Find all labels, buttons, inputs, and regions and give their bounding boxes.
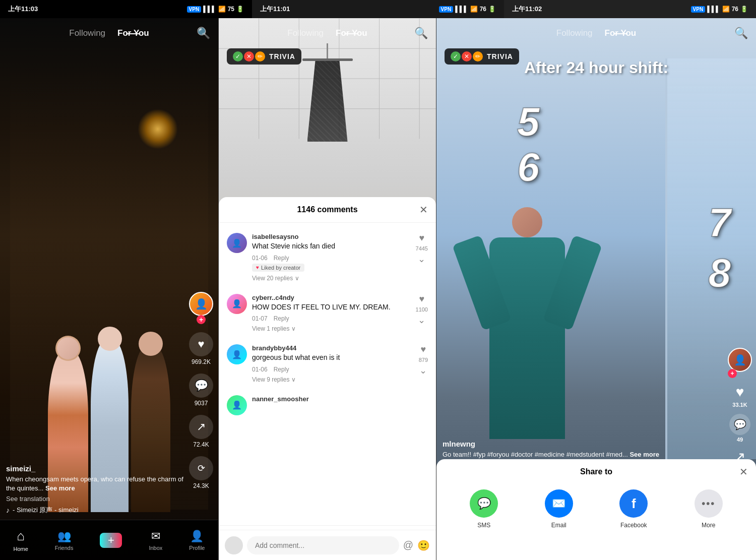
like-count-2: 1100 [416,306,428,313]
share-section[interactable]: ↗ 72.4K [189,415,213,448]
email-icon: ✉️ [545,489,573,518]
p3-active-indicator [613,33,627,34]
p3-pencil-icon: ✏ [473,51,483,61]
at-icon[interactable]: @ [403,539,413,551]
video-description: When cheongsam meets opera, who can refu… [6,475,185,493]
see-more-btn[interactable]: See more [45,484,75,492]
p3-avatar-section[interactable]: 👤 + [728,348,752,378]
comment-content-4: nanner_smoosher [252,395,428,415]
nav-inbox[interactable]: ✉ Inbox [149,530,162,551]
emoji-input-icon[interactable]: 🙂 [417,539,430,551]
sms-icon: 💬 [470,489,498,518]
p3-foryou-nav[interactable]: For You [605,28,637,38]
main-content: Following For You 🔍 👤 + ♥ 969.2K 💬 [0,18,756,560]
comment-username-2: cyberr..c4ndy [252,294,407,301]
reply-btn-2[interactable]: Reply [274,315,289,322]
avatar-section[interactable]: 👤 + [189,292,213,324]
time-panel2: 上午11:01 [260,5,290,14]
comments-count: 1146 comments [297,205,357,214]
comment-meta-2: 01-07 Reply [252,315,407,322]
trivia-label-p3: TRIVIA [487,52,513,60]
comment-section[interactable]: 💬 9037 [189,374,213,407]
avatar-3-img: 👤 [232,350,242,359]
like-button[interactable]: ♥ [189,332,213,356]
trivia-badge-p2[interactable]: ✓ ✕ ✏ TRIVIA [227,48,301,65]
liked-by-creator-badge-1: ♥ Liked by creator [252,264,304,272]
see-translation-btn[interactable]: See translation [6,495,185,503]
p3-comment-section[interactable]: 💬 49 [729,414,750,443]
p3-search-button[interactable]: 🔍 [734,27,748,40]
panel1-header: Following For You 🔍 [0,18,218,48]
inbox-icon: ✉ [151,530,160,543]
number-8: 8 [709,250,731,296]
share-facebook[interactable]: f Facebook [619,489,648,529]
comment-username-1: isabellesaysno [252,233,407,240]
following-nav[interactable]: Following [69,28,105,38]
battery-text-3: 76 [732,6,738,13]
creator-avatar[interactable]: 👤 [189,292,213,316]
comment-item-3: 👤 brandybby444 gorgeous but what even is… [219,338,436,389]
comment-date-1: 01-06 [252,255,268,262]
p2-search-button[interactable]: 🔍 [414,27,428,40]
like-btn-2[interactable]: ♥ [419,294,424,304]
nurse-figure [487,207,568,459]
dress-body [307,61,348,142]
share-more[interactable]: ••• More [695,489,723,529]
forward-section[interactable]: ⟳ 24.3K [189,456,213,489]
dislike-btn-2[interactable]: ⌄ [418,315,425,326]
search-button[interactable]: 🔍 [197,27,210,40]
like-btn-3[interactable]: ♥ [420,344,426,355]
music-icon: ♪ [6,506,10,514]
comment-likes-2: ♥ 1100 ⌄ [416,294,428,333]
share-button[interactable]: ↗ [189,415,213,439]
like-btn-1[interactable]: ♥ [419,233,424,243]
wifi-icon-3: 📶 [722,6,730,13]
view-replies-2[interactable]: View 1 replies ∨ [252,325,407,332]
comment-button[interactable]: 💬 [189,374,213,398]
liked-by-creator-label: Liked by creator [261,265,300,271]
share-email[interactable]: ✉️ Email [545,489,573,529]
view-replies-3[interactable]: View 9 replies ∨ [252,376,410,383]
nav-friends[interactable]: 👥 Friends [55,530,74,551]
p3-see-more-btn[interactable]: See more [629,451,659,458]
foryou-nav[interactable]: For You [117,28,149,38]
follow-plus-badge[interactable]: + [197,315,206,324]
facebook-label: Facebook [620,522,647,529]
share-close-btn[interactable]: ✕ [739,466,748,478]
comment-input-field[interactable] [247,536,399,554]
active-indicator [126,33,140,34]
like-section[interactable]: ♥ 969.2K [189,332,213,365]
p3-check-icon: ✓ [451,51,461,61]
trivia-badge-p3[interactable]: ✓ ✕ ✏ TRIVIA [445,48,519,65]
dislike-btn-3[interactable]: ⌄ [419,365,427,376]
p3-like-section[interactable]: ♥ 33.1K [732,384,747,408]
more-icon-glyph: ••• [702,498,715,510]
comment-avatar-3: 👤 [227,344,247,364]
comment-item-4: 👤 nanner_smoosher [219,389,436,421]
p3-following-nav[interactable]: Following [556,28,593,38]
nav-profile[interactable]: 👤 Profile [189,530,205,551]
add-button[interactable]: + [100,533,122,548]
battery-icon-1: 🔋 [236,6,244,13]
battery-text-2: 76 [480,6,486,13]
vpn-badge-1: VPN [187,6,202,13]
share-title: Share to [580,467,612,476]
forward-button[interactable]: ⟳ [189,456,213,480]
reply-btn-3[interactable]: Reply [274,366,289,373]
view-replies-1[interactable]: View 20 replies ∨ [252,275,407,282]
p3-follow-plus[interactable]: + [728,369,737,378]
facebook-icon: f [619,489,648,518]
reply-btn-1[interactable]: Reply [274,255,289,262]
signal-icon-2: ▌▌▌ [455,6,468,13]
view-replies-text-2: View 1 replies [252,325,289,332]
p2-following-nav[interactable]: Following [287,28,324,38]
p3-creator-avatar[interactable]: 👤 [728,348,752,372]
p2-foryou-nav[interactable]: For You [336,28,367,38]
nav-add[interactable]: + [100,533,122,548]
nav-home[interactable]: ⌂ Home [13,528,28,552]
dislike-btn-1[interactable]: ⌄ [418,254,425,265]
share-sms[interactable]: 💬 SMS [470,489,498,529]
close-comments-btn[interactable]: ✕ [419,204,428,216]
p3-video-description: Go team!! #fyp #foryou #doctor #medicine… [443,450,721,459]
status-bar-panel2: 上午11:01 VPN ▌▌▌ 📶 76 🔋 [252,0,504,18]
